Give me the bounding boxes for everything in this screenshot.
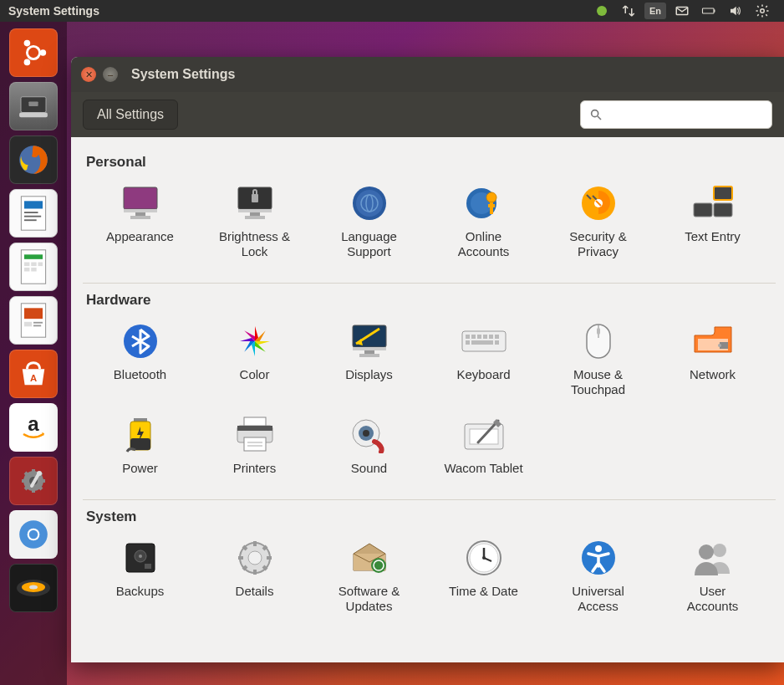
volume-icon[interactable] bbox=[725, 3, 746, 19]
svg-rect-50 bbox=[250, 212, 260, 216]
svg-point-4 bbox=[761, 9, 765, 13]
item-appearance[interactable]: Appearance bbox=[83, 174, 197, 268]
svg-rect-43 bbox=[124, 187, 157, 209]
launcher-impress[interactable] bbox=[9, 296, 58, 345]
item-online-accounts[interactable]: Online Accounts bbox=[426, 174, 541, 268]
svg-rect-76 bbox=[489, 335, 493, 339]
item-user-accounts[interactable]: User Accounts bbox=[655, 529, 770, 622]
item-sound[interactable]: Sound bbox=[312, 406, 426, 484]
svg-rect-79 bbox=[471, 340, 493, 345]
item-software-updates[interactable]: Software & Updates bbox=[312, 529, 426, 622]
item-universal-access[interactable]: Universal Access bbox=[541, 529, 655, 622]
battery-icon[interactable] bbox=[698, 3, 720, 19]
item-keyboard[interactable]: Keyboard bbox=[426, 312, 541, 406]
svg-rect-80 bbox=[495, 340, 499, 345]
svg-rect-10 bbox=[28, 101, 38, 106]
launcher-files[interactable] bbox=[9, 82, 58, 130]
launcher-writer[interactable] bbox=[9, 189, 58, 238]
svg-point-86 bbox=[718, 344, 721, 347]
svg-rect-23 bbox=[24, 268, 29, 272]
item-text-entry[interactable]: Text Entry bbox=[655, 174, 770, 268]
launcher-calc[interactable] bbox=[9, 243, 58, 291]
svg-point-7 bbox=[24, 40, 31, 47]
launcher-chromium[interactable] bbox=[9, 510, 58, 559]
minimize-button[interactable]: – bbox=[103, 67, 118, 82]
mail-icon[interactable] bbox=[671, 3, 693, 19]
svg-rect-20 bbox=[24, 263, 29, 267]
messaging-icon[interactable] bbox=[591, 3, 613, 19]
svg-rect-74 bbox=[477, 335, 481, 339]
svg-rect-77 bbox=[495, 335, 499, 339]
svg-rect-45 bbox=[135, 212, 145, 216]
launcher-amazon[interactable]: a bbox=[9, 403, 58, 452]
svg-rect-83 bbox=[597, 328, 600, 335]
item-details[interactable]: Details bbox=[197, 529, 312, 622]
system-settings-window: ✕ – System Settings All Settings Persona… bbox=[71, 57, 784, 662]
search-input[interactable] bbox=[609, 108, 763, 122]
keyboard-indicator[interactable]: En bbox=[644, 3, 666, 19]
svg-text:A: A bbox=[30, 373, 37, 383]
item-wacom-tablet[interactable]: Wacom Tablet bbox=[426, 406, 541, 484]
svg-point-34 bbox=[37, 471, 42, 476]
top-menubar: System Settings En bbox=[0, 0, 784, 22]
svg-point-124 bbox=[713, 544, 726, 557]
svg-rect-63 bbox=[714, 187, 732, 200]
gear-icon[interactable] bbox=[751, 3, 773, 19]
network-icon[interactable] bbox=[618, 3, 639, 19]
item-mouse-touchpad[interactable]: Mouse & Touchpad bbox=[541, 312, 655, 406]
item-backups[interactable]: Backups bbox=[83, 529, 197, 622]
svg-text:a: a bbox=[28, 412, 39, 435]
svg-rect-72 bbox=[466, 335, 470, 339]
svg-rect-22 bbox=[38, 263, 43, 267]
launcher-media[interactable] bbox=[9, 564, 58, 612]
svg-rect-24 bbox=[31, 268, 36, 272]
svg-rect-48 bbox=[252, 194, 258, 202]
item-displays[interactable]: Displays bbox=[312, 312, 426, 406]
svg-rect-3 bbox=[714, 10, 715, 13]
all-settings-button[interactable]: All Settings bbox=[83, 100, 178, 130]
section-system-title: System bbox=[86, 509, 776, 525]
section-system-grid: Backups Details Software & Updates Time … bbox=[83, 529, 776, 622]
svg-rect-29 bbox=[33, 325, 41, 327]
close-button[interactable]: ✕ bbox=[81, 67, 96, 82]
window-titlebar[interactable]: ✕ – System Settings bbox=[71, 57, 784, 92]
svg-rect-19 bbox=[24, 254, 43, 259]
svg-point-53 bbox=[356, 190, 383, 217]
svg-rect-27 bbox=[24, 322, 32, 327]
svg-rect-70 bbox=[359, 354, 379, 357]
item-time-date[interactable]: Time & Date bbox=[426, 529, 541, 622]
section-personal-title: Personal bbox=[86, 154, 776, 171]
section-hardware-grid: Bluetooth Color Displays Keyboard Mouse … bbox=[83, 312, 776, 484]
item-network[interactable]: Network bbox=[655, 312, 770, 406]
svg-point-41 bbox=[592, 110, 598, 117]
svg-point-0 bbox=[597, 6, 607, 16]
menubar-title: System Settings bbox=[8, 4, 99, 18]
svg-rect-87 bbox=[134, 418, 147, 422]
item-bluetooth[interactable]: Bluetooth bbox=[83, 312, 197, 406]
launcher-firefox[interactable] bbox=[9, 135, 58, 184]
svg-rect-28 bbox=[33, 322, 43, 324]
launcher-dash[interactable] bbox=[9, 28, 58, 77]
launcher-software[interactable]: A bbox=[9, 350, 58, 398]
item-security-privacy[interactable]: Security & Privacy bbox=[541, 174, 655, 268]
svg-point-8 bbox=[24, 59, 31, 66]
item-language-support[interactable]: Language Support bbox=[312, 174, 426, 268]
settings-content: Personal Appearance Brightness & Lock La… bbox=[71, 137, 784, 662]
item-color[interactable]: Color bbox=[197, 312, 312, 406]
svg-rect-49 bbox=[238, 209, 272, 212]
svg-point-37 bbox=[29, 530, 38, 539]
svg-point-98 bbox=[363, 430, 369, 437]
svg-line-112 bbox=[263, 566, 267, 570]
item-brightness-lock[interactable]: Brightness & Lock bbox=[197, 174, 312, 268]
item-printers[interactable]: Printers bbox=[197, 406, 312, 484]
launcher-settings[interactable] bbox=[9, 457, 58, 505]
svg-line-42 bbox=[598, 116, 601, 120]
svg-rect-93 bbox=[244, 437, 266, 451]
item-power[interactable]: Power bbox=[83, 406, 197, 484]
svg-rect-75 bbox=[483, 335, 487, 339]
svg-rect-15 bbox=[24, 212, 38, 213]
search-box[interactable] bbox=[580, 100, 772, 129]
svg-point-125 bbox=[699, 544, 714, 560]
svg-rect-51 bbox=[245, 216, 265, 219]
svg-point-58 bbox=[486, 192, 496, 202]
